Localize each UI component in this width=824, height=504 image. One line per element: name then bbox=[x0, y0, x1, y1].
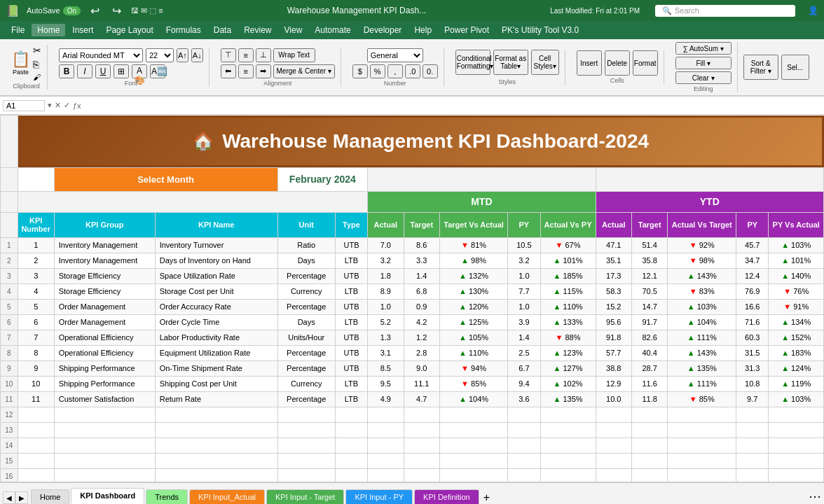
menu-data[interactable]: Data bbox=[208, 24, 237, 36]
arrow-up: ▲ bbox=[553, 364, 561, 372]
tab-bar: ◀ ▶ Home KPI Dashboard Trends KPI Input_… bbox=[0, 482, 824, 504]
quick-access-icons: 🖫 ✉ ⬚ ≡ bbox=[131, 6, 163, 15]
add-sheet-button[interactable]: + bbox=[483, 491, 490, 504]
border-button[interactable]: ⊞ bbox=[114, 64, 129, 78]
decrease-font-button[interactable]: A↓ bbox=[191, 48, 203, 62]
increase-decimal-button[interactable]: .0 bbox=[405, 64, 420, 78]
arrow-up: ▲ bbox=[781, 349, 789, 357]
menu-formulas[interactable]: Formulas bbox=[160, 24, 207, 36]
formula-expand-icon[interactable]: ▾ bbox=[48, 101, 52, 110]
redo-icon[interactable]: ↪ bbox=[112, 4, 121, 18]
menu-developer[interactable]: Developer bbox=[358, 24, 408, 36]
align-middle-button[interactable]: ≡ bbox=[238, 48, 254, 62]
merge-center-button[interactable]: Merge & Center ▾ bbox=[273, 64, 335, 78]
row-num-2 bbox=[1, 167, 18, 191]
menu-file[interactable]: File bbox=[6, 24, 30, 36]
col-header-kpi-group: KPI Group bbox=[54, 212, 155, 237]
undo-icon[interactable]: ↩ bbox=[90, 4, 99, 18]
arrow-up: ▲ bbox=[781, 256, 789, 265]
tab-trends[interactable]: Trends bbox=[146, 489, 188, 504]
autosave-toggle[interactable]: On bbox=[63, 6, 81, 15]
tab-kpi-dashboard[interactable]: KPI Dashboard bbox=[71, 488, 144, 504]
bold-button[interactable]: B bbox=[59, 64, 74, 78]
font-color-button[interactable]: A🔤 bbox=[150, 64, 165, 78]
align-left-button[interactable]: ⬅ bbox=[221, 64, 236, 78]
increase-font-button[interactable]: A↑ bbox=[177, 48, 188, 62]
data-row-4: 4 4 Storage Efficiency Storage Cost per … bbox=[1, 284, 824, 299]
menu-home[interactable]: Home bbox=[32, 24, 65, 36]
delete-cells-button[interactable]: Delete bbox=[605, 50, 630, 76]
menu-view[interactable]: View bbox=[279, 24, 308, 36]
align-bottom-button[interactable]: ⊥ bbox=[256, 48, 271, 62]
month-value-cell[interactable]: February 2024 bbox=[277, 167, 368, 191]
font-family-select[interactable]: Arial Rounded MT bbox=[59, 48, 143, 62]
tab-kpi-input-actual[interactable]: KPI Input_Actual bbox=[189, 489, 265, 504]
wrap-text-button[interactable]: Wrap Text bbox=[273, 48, 315, 62]
spreadsheet-area: 🏠 Warehouse Management KPI Dashboard-202… bbox=[0, 115, 824, 482]
number-format-select[interactable]: General bbox=[367, 48, 423, 62]
menu-power-pivot[interactable]: Power Pivot bbox=[439, 24, 495, 36]
format-painter-icon[interactable]: 🖌 bbox=[33, 73, 41, 81]
user-account[interactable]: 👤 bbox=[808, 6, 818, 15]
menu-pk-utility[interactable]: PK's Utility Tool V3.0 bbox=[496, 24, 584, 36]
search-box[interactable]: 🔍 Search bbox=[655, 5, 795, 17]
fill-color-button[interactable]: A🎨 bbox=[132, 64, 147, 78]
align-top-button[interactable]: ⊤ bbox=[221, 48, 236, 62]
italic-button[interactable]: I bbox=[77, 64, 92, 78]
arrow-up: ▲ bbox=[687, 272, 695, 280]
editing-label: Editing bbox=[694, 85, 713, 92]
prev-tab-button[interactable]: ◀ bbox=[3, 491, 15, 504]
data-row-1: 1 1 Inventory Management Inventory Turno… bbox=[1, 237, 824, 253]
percent-button[interactable]: % bbox=[370, 64, 385, 78]
document-title: Warehouse Management KPI Dash... bbox=[170, 6, 544, 15]
empty-row-3: 14 bbox=[1, 438, 824, 453]
next-tab-button[interactable]: ▶ bbox=[15, 491, 28, 504]
formula-input[interactable] bbox=[87, 101, 821, 111]
paste-button[interactable]: 📋 Paste bbox=[11, 50, 30, 76]
sheet-options-icon[interactable]: ⋯ bbox=[809, 489, 821, 504]
clipboard-label: Clipboard bbox=[13, 83, 40, 90]
arrow-up: ▲ bbox=[459, 287, 467, 295]
align-center-button[interactable]: ≡ bbox=[238, 64, 254, 78]
menu-page-layout[interactable]: Page Layout bbox=[100, 24, 158, 36]
comma-button[interactable]: , bbox=[387, 64, 403, 78]
menu-help[interactable]: Help bbox=[408, 24, 437, 36]
tab-kpi-input-target[interactable]: KPI Input - Target bbox=[266, 489, 344, 504]
align-right-button[interactable]: ➡ bbox=[256, 64, 271, 78]
sort-filter-button[interactable]: Sort & Filter ▾ bbox=[743, 55, 778, 80]
insert-cells-button[interactable]: Insert bbox=[577, 50, 602, 76]
copy-icon[interactable]: ⎘ bbox=[33, 59, 41, 70]
tab-kpi-input-py[interactable]: KPI Input - PY bbox=[345, 489, 413, 504]
confirm-formula-icon[interactable]: ✓ bbox=[64, 101, 70, 110]
insert-function-icon[interactable]: ƒx bbox=[73, 102, 81, 110]
menu-automate[interactable]: Automate bbox=[309, 24, 356, 36]
font-size-select[interactable]: 22 bbox=[146, 48, 174, 62]
format-as-table-button[interactable]: Format as Table▾ bbox=[493, 50, 528, 75]
data-row-8: 8 8 Operational Efficiency Equipment Uti… bbox=[1, 345, 824, 360]
arrow-up: ▲ bbox=[687, 364, 695, 372]
currency-button[interactable]: $ bbox=[352, 64, 368, 78]
decrease-decimal-button[interactable]: 0. bbox=[423, 64, 438, 78]
fill-button[interactable]: Fill ▾ bbox=[675, 57, 732, 69]
menu-review[interactable]: Review bbox=[238, 24, 277, 36]
cancel-formula-icon[interactable]: ✕ bbox=[55, 101, 61, 110]
styles-label: Styles bbox=[498, 78, 516, 85]
data-row-11: 11 11 Customer Satisfaction Return Rate … bbox=[1, 391, 824, 407]
cut-icon[interactable]: ✂ bbox=[33, 45, 41, 56]
cell-reference-input[interactable] bbox=[3, 100, 45, 111]
arrow-up: ▲ bbox=[553, 256, 561, 265]
tab-home[interactable]: Home bbox=[31, 489, 69, 504]
arrow-down: ▼ bbox=[689, 395, 697, 403]
col-header-mtd-avpy: Actual Vs PY bbox=[540, 212, 596, 237]
col-header-unit: Unit bbox=[277, 212, 335, 237]
menu-insert[interactable]: Insert bbox=[67, 24, 99, 36]
conditional-formatting-button[interactable]: Conditional Formatting▾ bbox=[455, 50, 490, 75]
select-month-cell[interactable]: Select Month bbox=[54, 167, 277, 191]
select-button[interactable]: Sel... bbox=[781, 55, 809, 80]
tab-kpi-definition[interactable]: KPI Definition bbox=[414, 489, 479, 504]
autosum-button[interactable]: ∑ AutoSum ▾ bbox=[675, 42, 732, 55]
format-cells-button[interactable]: Format bbox=[633, 50, 658, 76]
cell-styles-button[interactable]: Cell Styles▾ bbox=[531, 50, 559, 75]
clear-button[interactable]: Clear ▾ bbox=[675, 71, 732, 84]
underline-button[interactable]: U bbox=[95, 64, 111, 78]
